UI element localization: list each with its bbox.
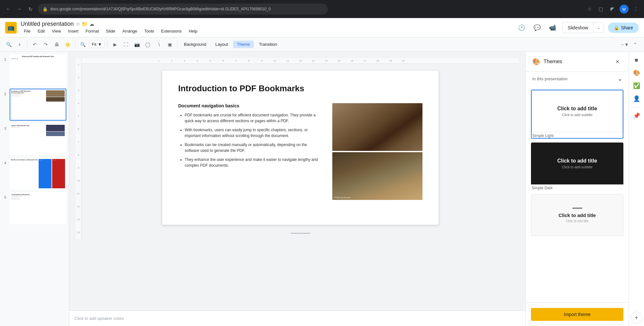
theme-third[interactable]: Click to add title Click to add title [531,194,623,237]
select-btn[interactable]: ⛶ [121,40,131,49]
nav-refresh-button[interactable]: ↻ [26,5,35,14]
right-sidebar-check-btn[interactable]: ✅ [631,80,642,92]
thumb-5-p1: ● First point about bookmarks [11,196,65,197]
slide-thumb-inner-5: Creating Effective Bookmarks ● First poi… [10,193,66,223]
theme-btn[interactable]: Theme [233,41,254,48]
slide-thumb-inner-1: Enhancing PDF Usability with Bookmark To… [10,55,66,85]
undo-btn[interactable]: ↶ [30,40,40,49]
theme-simple-dark-name: Simple Dark [531,186,623,190]
search-toolbar-btn[interactable]: 🔍 [4,40,14,49]
menu-arrange[interactable]: Arrange [119,27,140,35]
collapse-toolbar-btn[interactable]: ⌃ [630,40,640,49]
menu-file[interactable]: File [21,27,34,35]
slide-content: Document navigation basics PDF bookmarks… [178,103,422,200]
zoom-value: Fit [92,42,96,47]
slide-title: Introduction to PDF Bookmarks [178,84,422,94]
menu-help[interactable]: Help [185,27,201,35]
right-sidebar-palette-btn[interactable]: 🎨 [631,67,642,79]
slide-thumbnail-2[interactable]: Introduction to PDF Bookmarks Document n… [10,89,66,121]
photo-credit: Photo by Pexels [334,196,351,199]
import-theme-section: Import theme [526,302,629,326]
slide-thumbnail-4[interactable]: Benefits and Limitations of Bookmark Too… [10,158,66,190]
cursor-btn[interactable]: ▶ [110,40,120,49]
comments-icon-btn[interactable]: 💬 [531,22,543,34]
slide-section-title: Document navigation basics [178,103,323,108]
menu-view[interactable]: View [49,27,64,35]
slide-thumb-5[interactable]: 5 Creating Effective Bookmarks ● First p… [3,192,66,224]
zoom-selector[interactable]: Fit ▼ [89,41,105,48]
themes-section-header[interactable]: In this presentation ⌄ [526,72,629,86]
history-icon-btn[interactable]: 🕐 [516,22,527,34]
theme-simple-light[interactable]: Click to add title Click to add subtitle… [531,90,623,139]
theme-simple-dark-preview: Click to add title Click to add subtitle [531,143,623,184]
share-button[interactable]: 🔒 Share [608,23,639,33]
right-sidebar-grid-btn[interactable]: ■ [631,54,642,66]
split-view-icon-btn[interactable]: ◤ [608,5,617,14]
zoom-in-btn[interactable]: + [15,40,24,49]
slide-thumbnail-3[interactable]: Popular PDF Bookmark Tools various tools… [10,123,66,155]
thumb-3-p1: various tools listed here [11,127,45,128]
theme-simple-light-subtitle: Click to add subtitle [562,113,592,117]
bullet-4: They enhance the user experience and mak… [185,157,323,168]
star-icon[interactable]: ☆ [76,21,80,27]
background-btn[interactable]: Background [180,41,210,48]
zoom-dropdown-icon: ▼ [98,42,102,47]
speaker-notes[interactable]: Click to add speaker notes [69,311,526,326]
slideshow-dropdown-button[interactable]: ⌄ [593,22,604,33]
menu-slide[interactable]: Slide [103,27,118,35]
layout-btn[interactable]: Layout [212,41,232,48]
nav-back-button[interactable]: ← [4,5,13,14]
import-theme-button[interactable]: Import theme [531,308,623,321]
cloud-icon[interactable]: ☁ [89,21,94,27]
shape-btn[interactable]: ◯ [143,40,153,49]
slide-number-4: 4 [3,158,8,165]
slides-panel: 1 Enhancing PDF Usability with Bookmark … [0,52,69,326]
line-btn[interactable]: ∖ [154,40,164,49]
redo-btn[interactable]: ↷ [41,40,51,49]
arrow-tools-btn[interactable]: →▼ [620,40,629,49]
browser-menu-btn[interactable]: ⋮ [631,5,640,14]
image-insert-btn[interactable]: 📷 [132,40,142,49]
right-sidebar-user-btn[interactable]: 👤 [631,93,642,104]
right-sidebar-divider [633,107,640,107]
right-sidebar-map-btn[interactable]: 📌 [631,110,642,122]
present-icon-btn[interactable]: 📹 [547,22,558,34]
slideshow-button[interactable]: Slideshow [562,22,593,33]
slide-thumb-4[interactable]: 4 Benefits and Limitations of Bookmark T… [3,158,66,190]
themes-close-button[interactable]: ✕ [612,57,622,66]
right-sidebar-add-btn[interactable]: + [631,312,642,323]
menu-tools[interactable]: Tools [141,27,157,35]
print-btn[interactable]: 🖶 [52,40,62,49]
transition-btn[interactable]: Transition [255,41,281,48]
slide-thumbnail-1[interactable]: Enhancing PDF Usability with Bookmark To… [10,54,66,86]
slide-container[interactable]: Introduction to PDF Bookmarks Document n… [162,70,439,225]
doc-title-section: Untitled presentation ☆ 📁 ☁ File Edit Vi… [21,21,201,35]
textbox-btn[interactable]: ▣ [165,40,175,49]
theme-simple-dark[interactable]: Click to add title Click to add subtitle… [531,143,623,190]
menu-edit[interactable]: Edit [34,27,48,35]
themes-panel: 🎨 Themes ✕ In this presentation ⌄ Click … [526,52,629,326]
thumb-3-right [46,125,65,153]
thumb-4-col-right: Limitations... [52,159,65,188]
address-bar[interactable]: 🔒 docs.google.com/presentation/d/1A7Ji0Q… [38,4,328,15]
nav-forward-button[interactable]: → [15,5,24,14]
zoom-control-icon[interactable]: 🔍 [78,40,88,49]
slide-thumb-1[interactable]: 1 Enhancing PDF Usability with Bookmark … [3,54,66,86]
menu-extensions[interactable]: Extensions [158,27,185,35]
slide-thumbnail-5[interactable]: Creating Effective Bookmarks ● First poi… [10,192,66,224]
menu-insert[interactable]: Insert [65,27,82,35]
folder-icon[interactable]: 📁 [81,21,88,27]
books-image-bottom: Photo by Pexels [332,152,422,200]
menu-format[interactable]: Format [82,27,102,35]
title-bar-right: 🕐 💬 📹 Slideshow ⌄ 🔒 Share [516,22,639,34]
theme-simple-dark-title: Click to add title [557,158,597,164]
thumb-2-h2: Document navigation basics [11,92,45,94]
user-avatar[interactable]: U [620,5,629,14]
paint-format-btn[interactable]: 🌝 [63,40,72,49]
slide-thumb-2[interactable]: 2 Introduction to PDF Bookmarks Document… [3,89,66,121]
thumb-4-right-text: Limitations... [53,160,64,161]
thumb-3-img2 [46,132,65,136]
extension-icon-btn[interactable]: ▢ [596,5,605,14]
bookmark-icon-btn[interactable]: ☆ [585,5,594,14]
slide-thumb-3[interactable]: 3 Popular PDF Bookmark Tools various too… [3,123,66,155]
